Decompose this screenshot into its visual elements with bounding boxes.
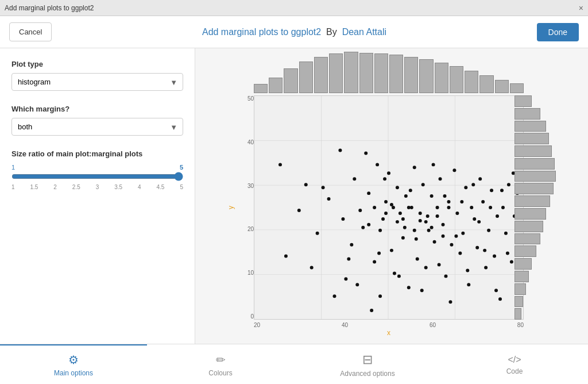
- x-axis-label: x: [254, 329, 524, 337]
- top-hist-bar: [299, 62, 313, 93]
- done-button[interactable]: Done: [537, 23, 579, 41]
- svg-point-85: [409, 189, 412, 192]
- svg-point-93: [454, 235, 458, 238]
- svg-point-16: [353, 177, 356, 181]
- top-hist-bar: [329, 53, 343, 93]
- svg-point-32: [407, 286, 411, 289]
- plot-type-select[interactable]: histogram density boxplot violin densigr…: [11, 73, 183, 91]
- svg-point-36: [419, 219, 422, 222]
- svg-point-50: [458, 252, 462, 255]
- top-hist-bar: [284, 68, 297, 93]
- svg-point-88: [426, 214, 430, 218]
- advanced-options-label: Advanced options: [340, 370, 394, 378]
- right-histogram: [512, 95, 558, 320]
- svg-point-26: [390, 249, 393, 252]
- svg-point-12: [327, 197, 331, 201]
- main-options-icon: ⚙: [68, 353, 79, 367]
- top-hist-bar: [344, 52, 358, 93]
- svg-point-113: [413, 229, 416, 232]
- svg-point-64: [498, 297, 502, 301]
- svg-point-30: [401, 236, 405, 240]
- size-ratio-slider[interactable]: [11, 172, 183, 181]
- colours-icon: ✏: [216, 353, 226, 367]
- svg-point-54: [470, 206, 473, 209]
- top-histogram: [254, 49, 524, 95]
- top-hist-bar: [314, 57, 328, 93]
- titlebar-title: Add marginal plots to ggplot2: [5, 4, 94, 12]
- scatter-svg: [254, 96, 523, 319]
- svg-point-111: [401, 217, 405, 221]
- top-hist-bar: [435, 63, 448, 93]
- svg-point-107: [378, 229, 382, 232]
- svg-point-41: [433, 240, 436, 244]
- tab-main-options[interactable]: ⚙ Main options: [0, 344, 147, 384]
- svg-point-99: [489, 206, 492, 209]
- x-axis-ticks: 20 40 60 80: [254, 322, 524, 328]
- svg-point-15: [350, 243, 353, 247]
- svg-point-9: [284, 255, 288, 258]
- y-axis-label: y: [225, 95, 237, 320]
- tab-colours[interactable]: ✏ Colours: [147, 344, 294, 384]
- right-hist-bar: [514, 183, 554, 194]
- svg-point-34: [413, 166, 416, 169]
- y-axis-ticks: 50 40 30 20 10 0: [237, 95, 254, 320]
- svg-point-66: [504, 232, 508, 235]
- content-area: Plot type histogram density boxplot viol…: [0, 48, 588, 344]
- right-hist-bar: [514, 133, 549, 144]
- tab-code[interactable]: </> Code: [441, 344, 588, 384]
- svg-point-49: [455, 212, 459, 215]
- close-button[interactable]: ×: [579, 4, 583, 12]
- plot-type-select-wrapper: histogram density boxplot violin densigr…: [11, 73, 183, 91]
- titlebar: Add marginal plots to ggplot2 ×: [0, 0, 588, 16]
- svg-point-44: [442, 223, 445, 226]
- slider-ticks: 1 1.5 2 2.5 3 3.5 4 4.5 5: [11, 184, 183, 190]
- right-hist-bar: [514, 171, 556, 182]
- header: Cancel Add marginal plots to ggplot2 By …: [0, 16, 588, 48]
- top-hist-bar: [419, 59, 433, 93]
- right-panel: y 50 40 30 20 10 0: [195, 48, 588, 344]
- svg-point-52: [464, 186, 467, 189]
- svg-point-117: [436, 214, 439, 218]
- right-hist-bar: [514, 145, 552, 157]
- cancel-button[interactable]: Cancel: [9, 22, 52, 41]
- which-margins-select-wrapper: both x y ▼: [11, 118, 183, 136]
- svg-point-40: [430, 194, 434, 198]
- svg-point-19: [367, 191, 370, 195]
- svg-point-55: [473, 217, 476, 221]
- svg-point-62: [493, 255, 496, 258]
- svg-point-35: [416, 258, 419, 261]
- advanced-options-icon: ⊟: [362, 352, 373, 367]
- svg-point-73: [322, 186, 325, 189]
- svg-point-92: [448, 300, 452, 304]
- right-hist-bar: [514, 233, 540, 245]
- right-hist-bar: [514, 258, 532, 270]
- left-panel: Plot type histogram density boxplot viol…: [0, 48, 195, 344]
- svg-point-46: [447, 200, 450, 203]
- svg-point-81: [383, 177, 386, 181]
- svg-point-31: [404, 194, 408, 198]
- svg-point-29: [399, 212, 402, 215]
- top-hist-bar: [450, 66, 463, 93]
- svg-point-45: [444, 274, 448, 278]
- right-hist-bar: [514, 195, 550, 207]
- svg-point-47: [450, 243, 453, 247]
- svg-point-61: [490, 189, 493, 192]
- svg-point-101: [500, 189, 504, 192]
- svg-point-100: [494, 289, 498, 292]
- tab-advanced-options[interactable]: ⊟ Advanced options: [294, 344, 441, 384]
- svg-point-75: [341, 217, 345, 221]
- top-hist-bar: [495, 80, 509, 93]
- right-hist-bar: [514, 296, 523, 308]
- svg-point-53: [467, 283, 470, 286]
- svg-point-60: [487, 229, 490, 232]
- svg-point-90: [438, 263, 441, 267]
- svg-point-110: [396, 220, 399, 224]
- svg-point-77: [355, 283, 359, 286]
- svg-point-115: [424, 220, 428, 224]
- scatter-plot: [254, 95, 524, 320]
- svg-point-24: [384, 200, 388, 203]
- which-margins-select[interactable]: both x y: [11, 118, 183, 136]
- svg-point-8: [297, 209, 301, 212]
- svg-point-58: [481, 200, 485, 203]
- which-margins-label: Which margins?: [11, 105, 183, 113]
